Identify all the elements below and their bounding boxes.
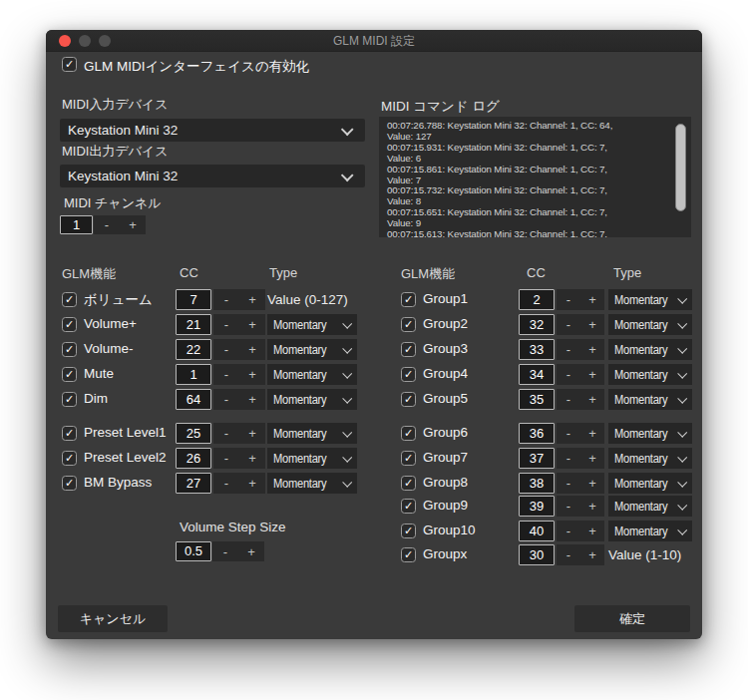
- check-icon: ✓: [404, 548, 413, 560]
- cc-decrement-button[interactable]: -: [561, 423, 576, 444]
- check-icon: ✓: [404, 525, 413, 536]
- function-checkbox[interactable]: ✓: [401, 342, 416, 357]
- channel-increment-button[interactable]: +: [125, 214, 141, 235]
- midi-input-dropdown[interactable]: Keystation Mini 32: [60, 119, 365, 142]
- chevron-down-icon: [677, 478, 687, 488]
- type-dropdown[interactable]: Momentary: [608, 521, 692, 541]
- type-dropdown[interactable]: Momentary: [608, 364, 692, 385]
- function-label: Group10: [423, 523, 476, 537]
- cc-increment-button[interactable]: +: [584, 289, 600, 310]
- type-dropdown[interactable]: Momentary: [608, 473, 692, 494]
- cc-value-input[interactable]: 38: [519, 473, 555, 494]
- check-icon: ✓: [404, 343, 413, 355]
- cc-increment-button[interactable]: +: [584, 339, 600, 360]
- volume-step-size-label: Volume Step Size: [180, 520, 286, 534]
- function-row: ✓ Group8 38 - + Momentary: [46, 473, 702, 495]
- function-checkbox[interactable]: ✓: [401, 476, 416, 491]
- function-checkbox[interactable]: ✓: [401, 392, 416, 407]
- chevron-down-icon: [341, 123, 354, 136]
- function-label: Group9: [423, 498, 468, 513]
- cancel-button[interactable]: キャンセル: [58, 605, 168, 632]
- chevron-down-icon: [677, 394, 687, 404]
- check-icon: ✓: [404, 293, 413, 305]
- function-label: Group2: [423, 316, 468, 331]
- cc-decrement-button[interactable]: -: [561, 496, 576, 517]
- function-row: ✓ Group2 32 - + Momentary: [46, 314, 702, 336]
- channel-decrement-button[interactable]: -: [99, 214, 115, 235]
- cc-increment-button[interactable]: +: [584, 364, 600, 385]
- enable-midi-checkbox[interactable]: ✓: [62, 57, 77, 72]
- cc-increment-button[interactable]: +: [584, 423, 600, 444]
- function-label: Group4: [423, 366, 468, 381]
- function-checkbox[interactable]: ✓: [401, 317, 416, 332]
- log-line: 00:07:15.651: Keystation Mini 32: Channe…: [387, 207, 667, 218]
- cc-decrement-button[interactable]: -: [561, 544, 576, 565]
- step-decrement-button[interactable]: -: [217, 541, 233, 562]
- cc-value-input[interactable]: 30: [519, 544, 555, 565]
- cc-increment-button[interactable]: +: [584, 389, 600, 410]
- cc-value-input[interactable]: 37: [519, 448, 555, 469]
- cc-increment-button[interactable]: +: [584, 496, 600, 517]
- confirm-button[interactable]: 確定: [574, 605, 690, 632]
- function-row: ✓ Group1 2 - + Momentary: [46, 289, 702, 311]
- function-label: Group5: [423, 391, 468, 406]
- chevron-down-icon: [677, 453, 687, 463]
- cc-decrement-button[interactable]: -: [561, 364, 576, 385]
- type-dropdown[interactable]: Momentary: [608, 448, 692, 469]
- type-value: Momentary: [614, 343, 667, 357]
- function-checkbox[interactable]: ✓: [401, 451, 416, 466]
- cc-increment-button[interactable]: +: [584, 521, 600, 541]
- log-line: 00:07:15.732: Keystation Mini 32: Channe…: [387, 185, 667, 196]
- type-dropdown[interactable]: Momentary: [608, 314, 692, 335]
- cc-value-input[interactable]: 33: [519, 339, 555, 360]
- function-checkbox[interactable]: ✓: [401, 292, 416, 307]
- cc-decrement-button[interactable]: -: [561, 521, 576, 541]
- volume-step-size-input[interactable]: 0.5: [176, 541, 211, 561]
- cc-increment-button[interactable]: +: [584, 448, 600, 469]
- function-label: Group7: [423, 450, 468, 465]
- cc-increment-button[interactable]: +: [584, 473, 600, 494]
- function-checkbox[interactable]: ✓: [401, 367, 416, 382]
- cc-value-input[interactable]: 36: [519, 423, 555, 444]
- midi-channel-input[interactable]: 1: [60, 215, 93, 234]
- type-value: Momentary: [614, 525, 667, 538]
- type-dropdown[interactable]: Momentary: [608, 496, 692, 517]
- step-increment-button[interactable]: +: [243, 541, 259, 562]
- cc-decrement-button[interactable]: -: [561, 473, 576, 494]
- titlebar[interactable]: GLM MIDI 設定: [46, 30, 702, 52]
- cc-value-input[interactable]: 39: [519, 496, 555, 517]
- function-checkbox[interactable]: ✓: [401, 547, 416, 562]
- function-checkbox[interactable]: ✓: [401, 426, 416, 441]
- cc-value-input[interactable]: 32: [519, 314, 555, 335]
- cc-value-input[interactable]: 34: [519, 364, 555, 385]
- cc-decrement-button[interactable]: -: [561, 289, 576, 310]
- cc-decrement-button[interactable]: -: [561, 389, 576, 410]
- log-scrollbar-thumb[interactable]: [675, 124, 686, 211]
- midi-input-label: MIDI入力デバイス: [62, 96, 169, 114]
- function-checkbox[interactable]: ✓: [401, 499, 416, 514]
- cc-value-input[interactable]: 40: [519, 521, 555, 541]
- function-checkbox[interactable]: ✓: [401, 524, 416, 538]
- midi-output-dropdown[interactable]: Keystation Mini 32: [60, 165, 365, 187]
- cc-stepper: - +: [557, 289, 604, 310]
- midi-log-panel[interactable]: 00:07:26.788: Keystation Mini 32: Channe…: [379, 117, 691, 237]
- type-dropdown[interactable]: Momentary: [608, 389, 692, 410]
- cc-decrement-button[interactable]: -: [561, 314, 576, 335]
- chevron-down-icon: [677, 369, 687, 379]
- type-dropdown[interactable]: Momentary: [608, 339, 692, 360]
- cc-value-input[interactable]: 2: [519, 289, 555, 310]
- function-label: Group6: [423, 425, 468, 440]
- log-line: 00:07:15.931: Keystation Mini 32: Channe…: [387, 143, 667, 154]
- type-dropdown[interactable]: Momentary: [608, 289, 692, 310]
- cc-decrement-button[interactable]: -: [561, 339, 576, 360]
- check-icon: ✓: [404, 427, 413, 439]
- cc-stepper: - +: [557, 496, 604, 517]
- cc-decrement-button[interactable]: -: [561, 448, 576, 469]
- chevron-down-icon: [677, 294, 687, 304]
- cc-value-input[interactable]: 35: [519, 389, 555, 410]
- cc-increment-button[interactable]: +: [584, 314, 600, 335]
- type-dropdown[interactable]: Momentary: [608, 423, 692, 444]
- cc-stepper: - +: [557, 339, 604, 360]
- type-value: Momentary: [614, 500, 667, 514]
- cc-increment-button[interactable]: +: [584, 544, 600, 565]
